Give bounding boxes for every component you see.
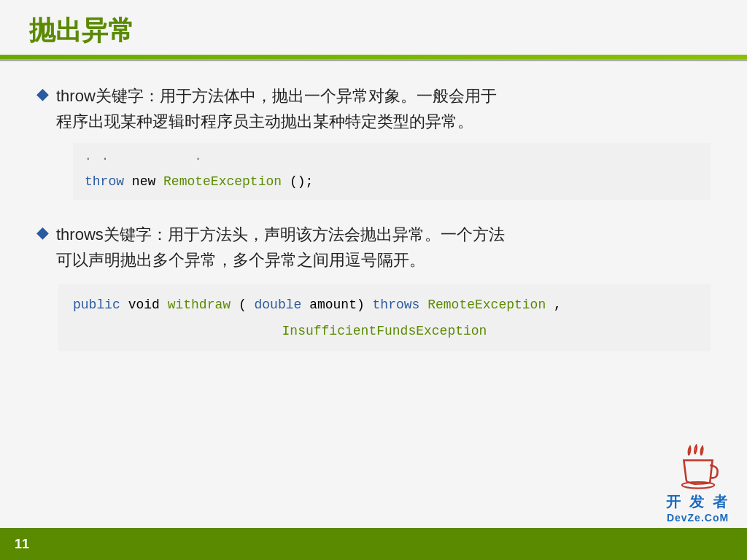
bullet2-line2: 可以声明抛出多个异常，多个异常之间用逗号隔开。 <box>56 247 505 273</box>
code-parens: (); <box>290 174 313 189</box>
java-cup-icon <box>673 444 724 491</box>
code-void: void <box>128 298 168 312</box>
watermark: 开 发 者 DevZe.CoM <box>656 444 740 528</box>
content-area: ◆ throw关键字：用于方法体中，抛出一个异常对象。一般会用于 程序出现某种逻… <box>0 61 747 528</box>
code-line-2a: public void withdraw ( double amount) th… <box>73 292 696 318</box>
watermark-text-area: 开 发 者 DevZe.CoM <box>666 492 729 524</box>
slide: 抛出异常 ◆ throw关键字：用于方法体中，抛出一个异常对象。一般会用于 程序… <box>0 0 747 560</box>
bullet-item-1: ◆ throw关键字：用于方法体中，抛出一个异常对象。一般会用于 程序出现某种逻… <box>36 83 711 200</box>
header: 抛出异常 <box>0 0 747 55</box>
code-exception-class: RemoteException <box>163 174 282 189</box>
diamond-icon-1: ◆ <box>36 85 49 104</box>
bullet2-line1: throws关键字：用于方法头，声明该方法会抛出异常。一个方法 <box>56 222 505 247</box>
footer: 11 <box>0 528 747 560</box>
code-block-2: public void withdraw ( double amount) th… <box>58 284 711 351</box>
throws-keyword: throws <box>373 298 420 312</box>
diamond-icon-2: ◆ <box>36 223 49 242</box>
code-block-1: · · · throw new RemoteException (); <box>73 143 711 199</box>
code-method-name: withdraw <box>168 298 231 312</box>
page-number: 11 <box>15 537 29 552</box>
slide-title: 抛出异常 <box>29 13 718 49</box>
code-param-open: ( <box>239 298 247 312</box>
bullet-header-2: ◆ throws关键字：用于方法头，声明该方法会抛出异常。一个方法 可以声明抛出… <box>36 222 711 273</box>
code-comma: , <box>554 298 562 312</box>
code-remote-exception: RemoteException <box>427 298 546 312</box>
code-line-1: throw new RemoteException (); <box>85 170 699 193</box>
code-double-keyword: double <box>255 298 302 312</box>
throw-keyword: throw <box>85 174 124 189</box>
bullet1-line1: throw关键字：用于方法体中，抛出一个异常对象。一般会用于 <box>56 83 497 109</box>
code-new: new <box>132 174 163 189</box>
code-dots: · · · <box>85 149 699 170</box>
bullet-item-2: ◆ throws关键字：用于方法头，声明该方法会抛出异常。一个方法 可以声明抛出… <box>36 222 711 351</box>
public-keyword: public <box>73 298 120 312</box>
code-line-2b: InsufficientFundsException <box>73 318 696 344</box>
bullet-header-1: ◆ throw关键字：用于方法体中，抛出一个异常对象。一般会用于 程序出现某种逻… <box>36 83 711 134</box>
devze-top-text: 开 发 者 <box>666 492 729 512</box>
bullet1-line2: 程序出现某种逻辑时程序员主动抛出某种特定类型的异常。 <box>56 109 497 134</box>
code-amount: amount) <box>309 298 372 312</box>
devze-bottom-text: DevZe.CoM <box>666 512 729 524</box>
code-insufficient-exception: InsufficientFundsException <box>282 324 487 338</box>
